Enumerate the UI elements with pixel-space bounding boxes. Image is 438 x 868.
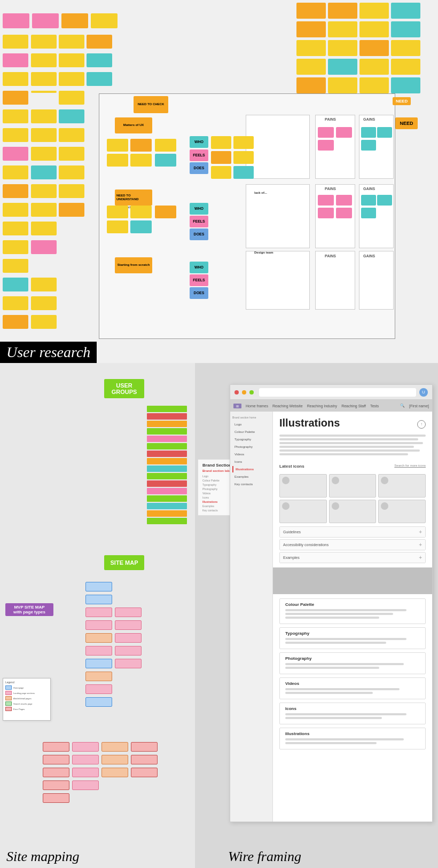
is8 [233,136,254,149]
wireframe-window: U ⊞ Home frames Reaching Website Reachin… [230,384,433,822]
s35 [3,203,28,217]
wf-title-row: Illustrations ↑ [279,417,426,431]
latest-icons-header: Latest icons Search for more icons [279,460,426,471]
latest-icons-label: Latest icons [279,464,304,469]
fc33 [131,755,158,764]
is9 [211,151,231,164]
pg6 [361,140,376,151]
sidebar-illustrations[interactable]: Illustrations [232,466,270,472]
who-1: WHO [190,136,208,148]
sidebar-examples: Examples [232,474,270,480]
s44 [31,278,57,291]
fc14 [115,646,142,656]
user-groups-label: USER GROUPS [104,379,144,398]
pg4 [377,127,392,138]
photo-line-2 [285,667,379,669]
s24 [31,128,57,142]
sr16 [391,59,420,75]
sidebar-contacts: Key contacts [232,481,270,487]
ug-bar-16 [147,518,187,524]
nav-logo: ⊞ [233,404,241,408]
pains-header-2: PAINS [325,187,336,191]
sidebar-icons: Icons [232,459,270,465]
fc23 [43,780,69,790]
ug-bar-13 [147,495,187,502]
s23 [3,128,28,142]
colour-line-1 [285,609,406,611]
icon-thumb-2 [329,474,377,498]
accordion-accessibility-header[interactable]: Accessibility considerations + [280,540,425,550]
accordion-examples-header[interactable]: Examples + [280,553,425,563]
search-more-link[interactable]: Search for more icons [394,464,426,467]
pg13 [361,208,376,218]
ug-bar-7 [147,451,187,457]
accordion-guidelines-header[interactable]: Guidelines + [280,527,425,537]
typo-line-2 [285,642,386,644]
sr11 [359,40,389,56]
colour-line-3 [285,617,379,619]
sr18 [328,77,357,93]
typo-line-1 [285,638,406,640]
pg12 [336,208,352,218]
fc20 [43,742,69,752]
accordion-accessibility[interactable]: Accessibility considerations + [279,539,426,550]
user-research-label: User research [0,342,97,363]
sidebar-section-header: Brand section home [232,416,270,419]
nav-dot-yellow [242,390,246,394]
fc10 [85,697,112,707]
is21 [130,206,152,218]
share-button[interactable]: ↑ [417,420,426,429]
s31 [59,165,84,179]
accordion-examples[interactable]: Examples + [279,552,426,563]
icon-grid [279,474,426,523]
sr3 [359,3,389,19]
sr12 [391,40,420,56]
does-1: DOES [190,162,208,174]
s47 [3,315,28,329]
fc8 [85,672,112,681]
vid-line-1 [285,688,400,690]
ug-bar-15 [147,510,187,517]
sr15 [359,59,389,75]
leg5: Error Pages [5,707,48,711]
brand-cards-area: Colour Palette Typography Photography [279,598,426,749]
gains-header-1: GAINS [363,117,375,121]
brand-card-videos: Videos [279,677,426,699]
s45 [3,296,28,310]
brand-card-photography: Photography [279,652,426,674]
accordion-guidelines[interactable]: Guidelines + [279,526,426,538]
sticky-board: NEED [0,0,438,363]
icon-thumb-5 [329,500,377,523]
icon-thumb-3 [378,474,426,498]
accordion-examples-label: Examples [283,556,300,559]
ug-bar-12 [147,488,187,494]
user-avatar: U [419,388,428,397]
sticky-4 [91,13,118,28]
sr13 [296,59,326,75]
lack-of: lack of... [254,191,284,194]
s32 [3,184,28,198]
s14 [31,72,57,86]
url-bar [259,388,416,397]
icons-line-2 [285,717,382,719]
is6 [155,154,176,167]
s12 [87,53,112,67]
desc-line-2 [279,438,418,440]
bottom-section: USER GROUPS SITE MAP MVP SITE MAP with p… [0,363,438,868]
sr4 [391,3,420,19]
is23 [107,220,128,233]
sidebar-logo: Logo [232,421,270,428]
sitemap-flowchart-2 [43,737,192,841]
brand-card-colour: Colour Palette [279,598,426,624]
does-2: DOES [190,228,208,240]
ug-bar-3 [147,421,187,427]
desc-line-5 [279,449,420,452]
user-groups-bars [147,406,187,525]
wf-page-title: Illustrations [279,417,340,429]
s26 [3,147,28,161]
fc6 [85,646,112,656]
is22 [155,206,176,218]
sr17 [296,77,326,93]
s7 [59,35,84,49]
s30 [31,165,57,179]
